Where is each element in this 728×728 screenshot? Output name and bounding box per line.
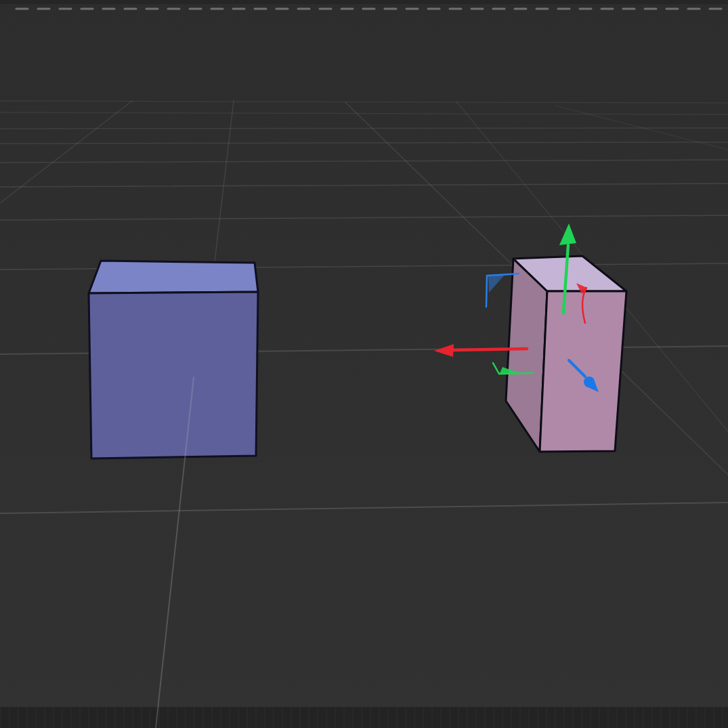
grid-line (0, 101, 132, 203)
grid-line (0, 128, 728, 129)
grid-line (215, 101, 234, 261)
grid-line (0, 160, 728, 163)
scene-canvas (0, 0, 728, 728)
grid-line (0, 215, 728, 220)
top-edge-strip (0, 0, 728, 4)
grid-line (0, 142, 728, 144)
scene-objects (89, 256, 626, 458)
gizmo-rotate-z-handle-fill[interactable] (488, 275, 505, 293)
blue-cube-front-face[interactable] (89, 292, 258, 458)
grid-line (0, 184, 728, 187)
grid-line (0, 101, 728, 103)
gizmo-x-axis-arrowhead[interactable] (434, 344, 454, 357)
grid-line (0, 502, 728, 513)
grid-line (0, 112, 728, 114)
blue-cube-top-face[interactable] (89, 261, 258, 293)
gizmo-y-axis-arrowhead[interactable] (559, 223, 576, 245)
gizmo-x-axis-shaft[interactable] (452, 349, 527, 350)
3d-viewport[interactable] (0, 0, 728, 728)
